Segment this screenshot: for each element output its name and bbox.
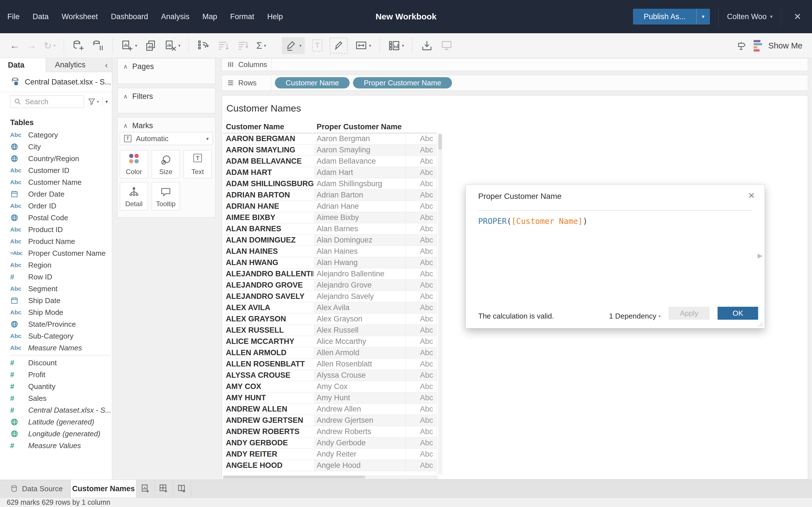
- totals-button[interactable]: Σ▾: [256, 40, 266, 51]
- collapse-chevron-icon[interactable]: ∧: [123, 93, 128, 100]
- abc-placeholder-cell[interactable]: Abc: [405, 347, 437, 358]
- table-row[interactable]: ANDY REITERAndy ReiterAbc: [223, 449, 437, 460]
- new-story-button[interactable]: [173, 480, 191, 497]
- field-postal-code[interactable]: Postal Code: [0, 212, 112, 224]
- abc-placeholder-cell[interactable]: Abc: [405, 178, 437, 189]
- customer-name-cell[interactable]: ADRIAN HANE: [223, 201, 314, 212]
- table-row[interactable]: AIMEE BIXBYAimee BixbyAbc: [223, 212, 437, 223]
- datasource-item[interactable]: Central Dataset.xlsx - S...: [0, 72, 112, 92]
- table-row[interactable]: ALLEN ROSENBLATTAllen RosenblattAbc: [223, 358, 437, 370]
- vertical-scrollbar-thumb[interactable]: [439, 134, 442, 150]
- abc-placeholder-cell[interactable]: Abc: [405, 189, 437, 201]
- duplicate-sheet-button[interactable]: [145, 40, 157, 52]
- menu-analysis[interactable]: Analysis: [161, 12, 190, 21]
- customer-name-cell[interactable]: AARON BERGMAN: [223, 133, 314, 144]
- mark-type-dropdown[interactable]: T Automatic ▾: [120, 132, 213, 145]
- proper-customer-name-cell[interactable]: Alex Russell: [314, 325, 405, 336]
- proper-customer-name-cell[interactable]: Alan Hwang: [314, 257, 405, 268]
- proper-customer-name-cell[interactable]: Andrew Allen: [314, 404, 405, 414]
- abc-placeholder-cell[interactable]: Abc: [405, 358, 437, 370]
- proper-customer-name-cell[interactable]: Alejandro Ballentine: [314, 269, 405, 279]
- field-ship-mode[interactable]: AbcShip Mode: [0, 306, 112, 318]
- collapse-chevron-icon[interactable]: ∧: [123, 122, 128, 129]
- new-worksheet-button[interactable]: [137, 480, 155, 497]
- collapse-chevron-icon[interactable]: ∧: [123, 63, 128, 70]
- detail-button[interactable]: Detail: [120, 182, 148, 210]
- field-profit[interactable]: #Profit: [0, 369, 112, 381]
- new-worksheet-button[interactable]: ▾: [121, 40, 137, 52]
- table-row[interactable]: ADRIAN BARTONAdrian BartonAbc: [223, 189, 437, 201]
- field-customer-name[interactable]: AbcCustomer Name: [0, 176, 112, 188]
- abc-placeholder-cell[interactable]: Abc: [405, 291, 437, 302]
- customer-name-cell[interactable]: ANDREW GJERTSEN: [223, 415, 314, 426]
- field-city[interactable]: City: [0, 141, 112, 153]
- proper-customer-name-cell[interactable]: Allen Armold: [314, 347, 405, 358]
- table-row[interactable]: AARON BERGMANAaron BergmanAbc: [223, 133, 437, 145]
- abc-placeholder-cell[interactable]: Abc: [405, 280, 437, 291]
- resize-grip-icon[interactable]: [758, 321, 763, 327]
- proper-customer-name-cell[interactable]: Adam Hart: [314, 167, 405, 178]
- swap-rows-and-columns-button[interactable]: [197, 40, 209, 52]
- customer-name-cell[interactable]: AIMEE BIXBY: [223, 212, 314, 223]
- customer-name-cell[interactable]: ALYSSA CROUSE: [223, 370, 314, 381]
- proper-customer-name-cell[interactable]: Alice Mccarthy: [314, 336, 405, 347]
- window-close-button[interactable]: ✕: [790, 11, 805, 22]
- apply-button[interactable]: Apply: [668, 307, 710, 320]
- abc-placeholder-cell[interactable]: Abc: [405, 449, 437, 460]
- table-row[interactable]: ALAN BARNESAlan BarnesAbc: [223, 223, 437, 235]
- proper-customer-name-cell[interactable]: Alan Dominguez: [314, 235, 405, 245]
- publish-as-button[interactable]: Publish As...: [633, 9, 696, 24]
- field-state-province[interactable]: State/Province: [0, 318, 112, 330]
- abc-placeholder-cell[interactable]: Abc: [405, 426, 437, 437]
- proper-customer-name-cell[interactable]: Angele Hood: [314, 460, 405, 471]
- customer-name-cell[interactable]: ANDY REITER: [223, 449, 314, 460]
- new-data-source-button[interactable]: [72, 40, 85, 52]
- proper-customer-name-cell[interactable]: Alejandro Grove: [314, 280, 405, 291]
- abc-placeholder-cell[interactable]: Abc: [405, 145, 437, 156]
- menu-file[interactable]: File: [7, 12, 20, 21]
- abc-placeholder-cell[interactable]: Abc: [405, 235, 437, 245]
- vertical-scrollbar[interactable]: [438, 133, 442, 474]
- show-me-area[interactable]: Show Me: [736, 33, 802, 58]
- calculation-name[interactable]: Proper Customer Name: [478, 192, 562, 201]
- abc-placeholder-cell[interactable]: Abc: [405, 201, 437, 212]
- field-customer-id[interactable]: AbcCustomer ID: [0, 165, 112, 176]
- column-header-proper-customer-name[interactable]: Proper Customer Name: [314, 122, 405, 133]
- pane-options-dropdown[interactable]: ▾: [105, 99, 108, 105]
- table-row[interactable]: ANDY GERBODEAndy GerbodeAbc: [223, 438, 437, 449]
- undo-button[interactable]: ←: [10, 40, 19, 51]
- abc-placeholder-cell[interactable]: Abc: [405, 336, 437, 347]
- collapse-pane-button[interactable]: ‹: [101, 58, 112, 72]
- menu-dashboard[interactable]: Dashboard: [111, 12, 148, 21]
- abc-placeholder-cell[interactable]: Abc: [405, 167, 437, 178]
- menu-worksheet[interactable]: Worksheet: [62, 12, 98, 21]
- proper-customer-name-cell[interactable]: Andy Gerbode: [314, 438, 405, 448]
- field-country-region[interactable]: Country/Region: [0, 153, 112, 165]
- proper-customer-name-cell[interactable]: Alex Avila: [314, 302, 405, 313]
- replay-button[interactable]: ↻▾: [44, 40, 56, 51]
- abc-placeholder-cell[interactable]: Abc: [405, 246, 437, 257]
- proper-customer-name-cell[interactable]: Amy Hunt: [314, 392, 405, 403]
- field-measure-names[interactable]: AbcMeasure Names: [0, 342, 112, 354]
- field-product-id[interactable]: AbcProduct ID: [0, 224, 112, 235]
- table-row[interactable]: ALEX GRAYSONAlex GraysonAbc: [223, 314, 437, 325]
- abc-placeholder-cell[interactable]: Abc: [405, 415, 437, 426]
- customer-name-cell[interactable]: ALAN DOMINGUEZ: [223, 235, 314, 245]
- tab-analytics[interactable]: Analytics: [46, 58, 101, 72]
- abc-placeholder-cell[interactable]: Abc: [405, 325, 437, 336]
- abc-placeholder-cell[interactable]: Abc: [405, 438, 437, 448]
- menu-help[interactable]: Help: [267, 12, 283, 21]
- table-row[interactable]: ANDREW ROBERTSAndrew RobertsAbc: [223, 426, 437, 438]
- field-order-date[interactable]: Order Date: [0, 188, 112, 200]
- field-filter-button[interactable]: ▾: [87, 98, 99, 106]
- table-row[interactable]: ANDREW ALLENAndrew AllenAbc: [223, 404, 437, 415]
- show-mark-labels-button[interactable]: T: [312, 40, 322, 52]
- abc-placeholder-cell[interactable]: Abc: [405, 404, 437, 414]
- customer-name-cell[interactable]: ALEJANDRO SAVELY: [223, 291, 314, 302]
- table-row[interactable]: ANGELE HOODAngele HoodAbc: [223, 460, 437, 471]
- size-button[interactable]: Size: [152, 150, 180, 178]
- abc-placeholder-cell[interactable]: Abc: [405, 269, 437, 279]
- proper-customer-name-cell[interactable]: Adrian Barton: [314, 189, 405, 201]
- format-workbook-button[interactable]: [329, 38, 348, 54]
- customer-name-cell[interactable]: ADAM SHILLINGSBURG: [223, 178, 314, 189]
